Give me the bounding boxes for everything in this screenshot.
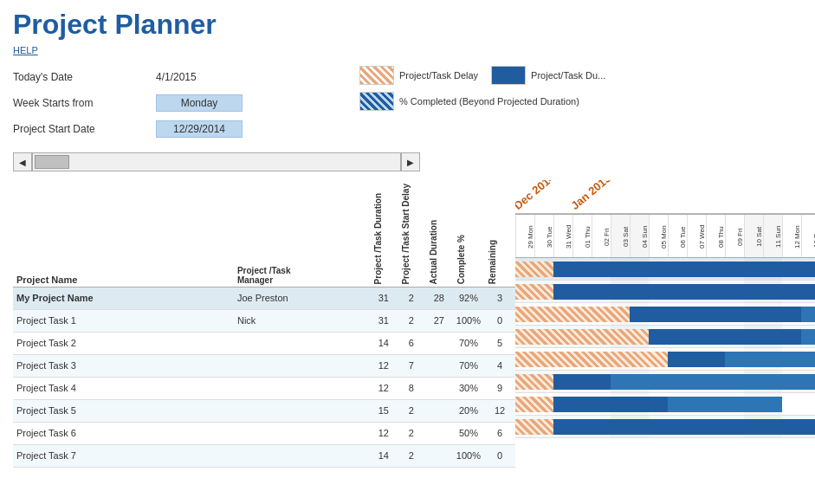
bar-completed (553, 284, 815, 300)
page-title: Project Planner (13, 9, 802, 41)
col-header-remaining: Remaining (484, 180, 515, 287)
main-content: Project Name Project /Task Manager Proje… (13, 180, 815, 468)
bar-delay (515, 397, 553, 412)
cell-delay: 6 (398, 332, 425, 354)
cell-duration: 14 (370, 332, 398, 354)
bar-completed (668, 352, 725, 367)
todays-date-label: Today's Date (13, 71, 156, 83)
cell-actual (425, 444, 453, 467)
cell-actual: 27 (425, 309, 453, 332)
cell-complete: 20% (453, 399, 484, 422)
table-row: Project Task 4 12 8 30% 9 (13, 377, 515, 399)
day-cell: 29 Mon (515, 215, 534, 257)
cell-delay: 7 (398, 354, 425, 377)
day-cell: 12 Mon (782, 215, 801, 257)
cell-complete: 30% (453, 377, 484, 399)
gantt-row (515, 371, 815, 393)
scroll-right-btn[interactable]: ▶ (401, 152, 420, 171)
day-cell: 10 Sat (744, 215, 763, 257)
day-cell: 04 Sun (630, 215, 649, 257)
cell-duration: 12 (370, 377, 398, 399)
bar-delay (515, 352, 668, 367)
legend-panel: Project/Task Delay Project/Task Du... % … (342, 66, 802, 118)
bar-delay (515, 374, 553, 390)
bar-completed (553, 374, 611, 390)
week-starts-value[interactable]: Monday (156, 94, 243, 112)
project-start-label: Project Start Date (13, 123, 156, 135)
cell-project-name: Project Task 4 (13, 377, 234, 399)
bar-completed (649, 329, 801, 345)
cell-manager: Joe Preston (234, 287, 370, 309)
gantt-row (515, 348, 815, 371)
col-header-actual: Actual Duration (425, 180, 453, 287)
col-header-delay: Project /Task Start Delay (398, 180, 425, 287)
gantt-day-header: 29 Mon30 Tue31 Wed01 Thu02 Fri03 Sat04 S… (515, 215, 815, 258)
col-header-duration: Project /Task Duration (370, 180, 398, 287)
gantt-area: Dec 2014Jan 201529 Mon30 Tue31 Wed01 Thu… (515, 180, 815, 468)
cell-actual (425, 354, 453, 377)
cell-manager (234, 444, 370, 467)
data-table-container: Project Name Project /Task Manager Proje… (13, 180, 515, 468)
cell-project-name: Project Task 7 (13, 444, 234, 467)
col-header-complete: Complete % (453, 180, 484, 287)
cell-complete: 100% (453, 444, 484, 467)
cell-remaining: 6 (484, 422, 515, 444)
todays-date-value: 4/1/2015 (156, 71, 197, 83)
day-cell: 07 Wed (687, 215, 706, 257)
gantt-row (515, 303, 815, 326)
cell-duration: 31 (370, 309, 398, 332)
cell-delay: 2 (398, 287, 425, 309)
data-table: Project Name Project /Task Manager Proje… (13, 180, 515, 468)
month-dec-2014: Dec 2014 (515, 180, 557, 212)
cell-project-name: Project Task 6 (13, 422, 234, 444)
delay-legend-label: Project/Task Delay (399, 70, 478, 81)
duration-legend-box (491, 66, 526, 85)
cell-manager (234, 422, 370, 444)
cell-delay: 2 (398, 444, 425, 467)
cell-duration: 12 (370, 354, 398, 377)
scroll-left-btn[interactable]: ◀ (13, 152, 32, 171)
cell-complete: 70% (453, 354, 484, 377)
day-cell: 06 Tue (668, 215, 687, 257)
col-header-manager: Project /Task Manager (234, 180, 370, 287)
cell-project-name: Project Task 3 (13, 354, 234, 377)
table-row: Project Task 2 14 6 70% 5 (13, 332, 515, 354)
cell-manager (234, 354, 370, 377)
table-row: Project Task 7 14 2 100% 0 (13, 444, 515, 467)
help-link[interactable]: HELP (13, 45, 38, 55)
gantt-month-header: Dec 2014Jan 2015 (515, 180, 815, 215)
bar-remaining (611, 374, 815, 390)
cell-duration: 14 (370, 444, 398, 467)
cell-remaining: 12 (484, 399, 515, 422)
day-cell: 03 Sat (611, 215, 630, 257)
cell-remaining: 0 (484, 309, 515, 332)
day-cell: 11 Sun (763, 215, 782, 257)
bar-delay (515, 307, 630, 322)
scroll-thumb[interactable] (35, 155, 69, 169)
bar-delay (515, 262, 553, 277)
cell-project-name: Project Task 1 (13, 309, 234, 332)
cell-delay: 2 (398, 422, 425, 444)
cell-complete: 70% (453, 332, 484, 354)
completed-legend-label: % Completed (Beyond Projected Duration) (399, 96, 579, 107)
cell-project-name: Project Task 5 (13, 399, 234, 422)
day-cell: 09 Fri (725, 215, 744, 257)
day-cell: 30 Tue (534, 215, 553, 257)
scrollbar[interactable]: ◀ ▶ (13, 152, 420, 171)
cell-actual (425, 332, 453, 354)
cell-actual: 28 (425, 287, 453, 309)
table-row: Project Task 3 12 7 70% 4 (13, 354, 515, 377)
day-cell: 13 Tue (801, 215, 815, 257)
week-starts-label: Week Starts from (13, 97, 156, 109)
bar-remaining (801, 329, 815, 345)
cell-remaining: 9 (484, 377, 515, 399)
project-start-value[interactable]: 12/29/2014 (156, 120, 243, 138)
cell-manager (234, 332, 370, 354)
cell-delay: 8 (398, 377, 425, 399)
cell-actual (425, 399, 453, 422)
scroll-track[interactable] (32, 152, 401, 171)
delay-legend-box (359, 66, 394, 85)
day-cell: 31 Wed (553, 215, 572, 257)
bar-completed (553, 419, 815, 435)
bar-remaining (725, 352, 815, 367)
